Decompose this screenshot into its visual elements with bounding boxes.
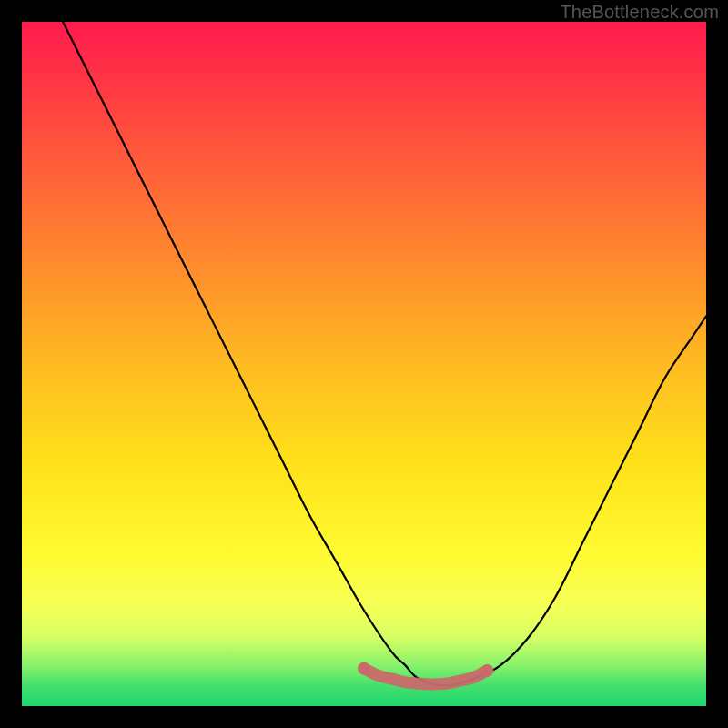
chart-frame: TheBottleneck.com <box>0 0 728 728</box>
main-curve <box>63 22 706 685</box>
highlight-end-dot <box>480 664 493 677</box>
highlight-band <box>364 669 487 684</box>
highlight-start-dot <box>358 662 370 675</box>
curve-layer <box>22 22 706 706</box>
plot-area <box>22 22 706 706</box>
credit-label: TheBottleneck.com <box>560 2 719 23</box>
